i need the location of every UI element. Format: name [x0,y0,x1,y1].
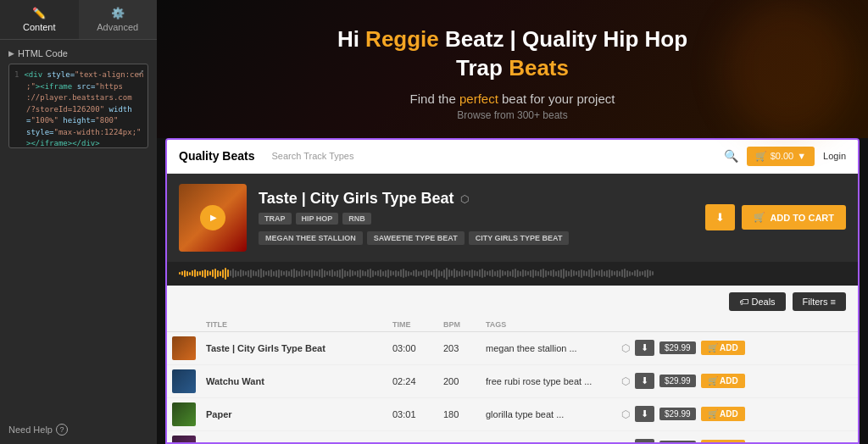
row-actions: ⬡ ⬇ $29.99 🛒 ADD [621,406,853,422]
login-button[interactable]: Login [823,151,846,161]
beat-price: $29.99 [659,341,696,354]
beat-thumbnail [167,430,201,442]
beat-row-bpm: 200 [438,364,481,397]
code-line-4: /?storeId=126200" width [14,104,142,116]
main-content: Hi Reggie Beatz | Quality Hip Hop Trap B… [157,0,868,444]
html-code-label: HTML Code [8,48,148,58]
beat-row-actions: ⬡ ⬇ $29.99 🛒 ADD [616,364,858,397]
code-line-1: 1<div style="text-align:cen [14,69,142,81]
player-nav: Quality Beats Search Track Types 🔍 🛒 $0.… [167,140,858,174]
beat-row-tags: detroit type beat ... [481,430,616,442]
hero-section: Hi Reggie Beatz | Quality Hip Hop Trap B… [157,0,868,138]
beat-thumbnail [167,364,201,397]
beat-row-bpm: 203 [438,331,481,364]
add-beat-button[interactable]: 🛒 ADD [701,407,745,421]
beat-title: Taste | City Girls Type Beat [259,190,453,208]
share-beat-button[interactable]: ⬡ [621,342,630,354]
waveform [179,265,846,282]
share-beat-button[interactable]: ⬡ [621,375,630,387]
share-beat-button[interactable]: ⬡ [621,441,630,442]
row-actions: ⬡ ⬇ $29.99 🛒 ADD [621,439,853,442]
code-line-6: style="max-width:1224px;" [14,127,142,139]
add-beat-button[interactable]: 🛒 ADD [701,341,745,355]
expand-icon[interactable]: ⤢ [137,68,144,77]
add-beat-button[interactable]: 🛒 ADD [701,374,745,388]
col-title: TITLE [201,318,387,332]
beat-row-time: 02:24 [387,364,438,397]
beat-row-bpm: 180 [438,397,481,430]
genre-tag-rnb: RNB [342,213,371,225]
col-tags: TAGS [481,318,616,332]
gear-icon: ⚙️ [111,7,125,19]
search-types-label: Search Track Types [271,151,715,161]
nav-search-icon[interactable]: 🔍 [724,149,738,163]
beats-container: Quality Beats Search Track Types 🔍 🛒 $0.… [165,138,860,444]
row-actions: ⬡ ⬇ $29.99 🛒 ADD [621,373,853,389]
beat-thumbnail [167,397,201,430]
beat-thumbnail [167,331,201,364]
col-bpm: BPM [438,318,481,332]
add-to-cart-button[interactable]: 🛒 ADD TO CART [742,205,846,230]
list-toolbar: 🏷 Deals Filters ≡ [167,286,858,318]
beat-title-row: Taste | City Girls Type Beat ⬡ [259,190,693,208]
table-row[interactable]: Taste | City Girls Type Beat 03:00 203 m… [167,331,858,364]
beat-row-actions: ⬡ ⬇ $29.99 🛒 ADD [616,430,858,442]
brand-logo: Quality Beats [179,149,254,163]
filters-button[interactable]: Filters ≡ [793,292,846,311]
thumb-img [172,369,196,393]
content-icon: ✏️ [32,7,46,19]
tab-content[interactable]: ✏️ Content [0,0,79,39]
code-line-3: ://player.beatstars.com [14,92,142,104]
download-beat-button[interactable]: ⬇ [635,439,654,442]
album-art: "T|E" [179,184,247,252]
keyword-tags: MEGAN THEE STALLION SAWEETIE TYPE BEAT C… [259,231,693,245]
beat-price: $29.99 [659,375,696,387]
player-actions: ⬇ 🛒 ADD TO CART [705,204,846,230]
table-row[interactable]: Gang 02:33 200 detroit type beat ... ⬡ ⬇… [167,430,858,442]
need-help-section[interactable]: Need Help ? [0,415,157,444]
table-row[interactable]: Paper 03:01 180 glorilla type beat ... ⬡… [167,397,858,430]
beat-info: Taste | City Girls Type Beat ⬡ TRAP HIP … [259,190,693,245]
share-beat-button[interactable]: ⬡ [621,408,630,420]
tab-advanced[interactable]: ⚙️ Advanced [79,0,158,39]
download-beat-button[interactable]: ⬇ [635,406,654,422]
download-button[interactable]: ⬇ [705,204,735,230]
tab-content-label: Content [23,22,56,32]
genre-tag-trap: TRAP [259,213,292,225]
cart-button[interactable]: 🛒 $0.00 ▼ [747,147,815,166]
share-icon[interactable]: ⬡ [460,193,469,205]
table-row[interactable]: Watchu Want 02:24 200 free rubi rose typ… [167,364,858,397]
download-beat-button[interactable]: ⬇ [635,373,654,389]
beat-row-actions: ⬡ ⬇ $29.99 🛒 ADD [616,397,858,430]
play-button[interactable] [200,205,225,230]
beat-row-title: Taste | City Girls Type Beat [201,331,387,364]
cart-icon-small: 🛒 [754,212,765,223]
col-actions [616,318,858,332]
help-icon[interactable]: ? [56,424,68,436]
beat-row-tags: free rubi rose type beat ... [481,364,616,397]
code-line-2: ;"><iframe src="https [14,81,142,93]
code-line-5: ="100%" height="800" [14,115,142,127]
keyword-tag-1: MEGAN THEE STALLION [259,231,363,245]
deals-button[interactable]: 🏷 Deals [729,292,785,311]
add-beat-button[interactable]: 🛒 ADD [701,440,745,442]
beats-table: TITLE TIME BPM TAGS Taste | City Girls T… [167,318,858,442]
hero-browse-text: Browse from 300+ beats [191,109,834,121]
beat-row-time: 03:00 [387,331,438,364]
beat-row-title: Paper [201,397,387,430]
panel-tabs: ✏️ Content ⚙️ Advanced [0,0,157,40]
code-editor[interactable]: ⤢ 1<div style="text-align:cen ;"><iframe… [8,64,148,148]
html-code-section: HTML Code ⤢ 1<div style="text-align:cen … [0,40,157,415]
row-actions: ⬡ ⬇ $29.99 🛒 ADD [621,340,853,356]
thumb-img [172,336,196,360]
beat-price: $29.99 [659,408,696,420]
beat-price: $29.99 [659,441,696,442]
keyword-tag-3: CITY GIRLS TYPE BEAT [469,231,570,245]
hero-subtitle: Find the perfect beat for your project [191,92,834,106]
download-beat-button[interactable]: ⬇ [635,340,654,356]
waveform-bar [167,262,858,286]
featured-player: "T|E" Taste | City Girls Type Beat ⬡ TRA… [167,174,858,262]
beat-row-time: 03:01 [387,397,438,430]
cart-dropdown-icon: ▼ [797,151,806,161]
need-help-label: Need Help [8,425,53,435]
